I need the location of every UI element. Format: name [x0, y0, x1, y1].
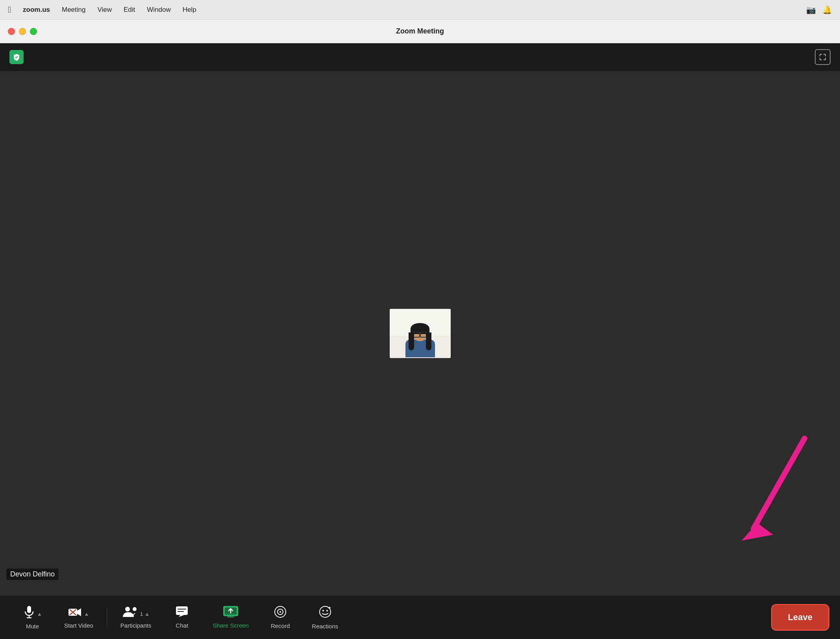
participants-count: 1 — [140, 611, 143, 617]
share-screen-icon — [223, 606, 238, 620]
participant-video — [390, 309, 451, 358]
titlebar: Zoom Meeting — [0, 20, 840, 43]
record-label: Record — [271, 622, 290, 629]
chat-icon — [176, 606, 188, 620]
toolbar-divider-1 — [107, 608, 107, 627]
apple-menu[interactable]:  — [8, 5, 11, 15]
participants-icon — [122, 606, 139, 620]
record-icon — [274, 606, 287, 620]
menubar-app-name[interactable]: zoom.us — [23, 6, 50, 14]
maximize-button[interactable] — [30, 28, 37, 35]
share-screen-label: Share Screen — [213, 622, 249, 629]
video-chevron[interactable]: ▲ — [84, 611, 89, 617]
mute-icon — [23, 605, 35, 621]
chat-button[interactable]: Chat — [162, 596, 202, 639]
svg-point-9 — [133, 607, 137, 611]
camera-menu-icon: 📷 — [806, 5, 816, 15]
participant-name-label: Devon Delfino — [6, 569, 59, 580]
participants-button[interactable]: 1 ▲ Participants — [109, 596, 162, 639]
traffic-lights — [8, 28, 37, 35]
start-video-label: Start Video — [64, 622, 93, 629]
menubar-view[interactable]: View — [97, 6, 112, 14]
menubar-meeting[interactable]: Meeting — [62, 6, 85, 14]
svg-point-19 — [322, 610, 324, 611]
svg-rect-2 — [27, 606, 31, 613]
svg-point-8 — [125, 607, 130, 611]
mute-button[interactable]: ▲ Mute — [12, 596, 53, 639]
svg-marker-1 — [742, 523, 773, 541]
hair-side-right — [426, 332, 431, 350]
meeting-area: Devon Delfino ▲ — [0, 43, 840, 639]
mute-label: Mute — [26, 623, 39, 630]
arrow-annotation — [718, 434, 828, 552]
menubar-right: 📷 🔔 — [806, 5, 832, 15]
security-bar — [0, 43, 840, 71]
share-screen-button[interactable]: Share Screen — [202, 596, 260, 639]
hair-side-left — [409, 332, 414, 350]
person-figure — [402, 325, 438, 358]
leave-button[interactable]: Leave — [772, 605, 828, 630]
reactions-label: Reactions — [312, 623, 338, 630]
mute-chevron[interactable]: ▲ — [37, 611, 42, 617]
menubar-window[interactable]: Window — [147, 6, 170, 14]
chat-label: Chat — [176, 622, 188, 629]
svg-point-20 — [326, 610, 328, 611]
reactions-icon — [318, 605, 332, 621]
notification-icon: 🔔 — [822, 5, 832, 15]
start-video-button[interactable]: ▲ Start Video — [53, 596, 104, 639]
participants-label: Participants — [120, 622, 151, 629]
svg-line-0 — [753, 438, 805, 529]
reactions-button[interactable]: Reactions — [301, 596, 349, 639]
close-button[interactable] — [8, 28, 15, 35]
menubar-edit[interactable]: Edit — [124, 6, 135, 14]
svg-point-17 — [279, 611, 281, 613]
expand-icon[interactable] — [815, 49, 831, 65]
video-area: Devon Delfino — [0, 71, 840, 596]
video-icon — [68, 606, 82, 620]
record-button[interactable]: Record — [260, 596, 301, 639]
security-shield-icon[interactable] — [9, 50, 24, 64]
minimize-button[interactable] — [19, 28, 26, 35]
svg-rect-10 — [176, 606, 188, 615]
window-title: Zoom Meeting — [396, 27, 444, 35]
menubar-help[interactable]: Help — [183, 6, 196, 14]
menubar:  zoom.us Meeting View Edit Window Help … — [0, 0, 840, 20]
participants-chevron[interactable]: ▲ — [144, 611, 150, 617]
toolbar: ▲ Mute ▲ Start Video — [0, 596, 840, 639]
